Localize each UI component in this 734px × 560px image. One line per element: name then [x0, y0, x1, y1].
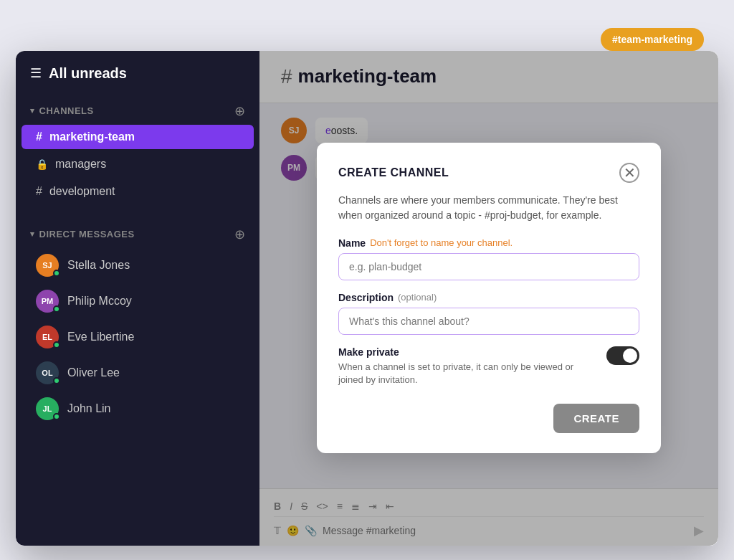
- dm-item-oliver[interactable]: OL Oliver Lee: [22, 356, 254, 390]
- create-channel-modal: CREATE CHANNEL ✕ Channels are where your…: [317, 143, 661, 453]
- create-channel-button[interactable]: CREATE: [553, 404, 639, 433]
- status-dot: [53, 377, 60, 384]
- dm-name: Oliver Lee: [67, 366, 120, 379]
- add-dm-icon[interactable]: ⊕: [234, 227, 245, 242]
- main-window: ☰ All unreads ▾ CHANNELS ⊕ # marketing-t…: [16, 51, 718, 546]
- modal-header: CREATE CHANNEL ✕: [338, 163, 639, 183]
- channels-label-group: ▾ CHANNELS: [30, 105, 94, 116]
- dm-item-philip[interactable]: PM Philip Mccoy: [22, 284, 254, 318]
- status-dot: [53, 270, 60, 277]
- main-content: # marketing-team SJ eoosts. PM: [259, 51, 718, 546]
- dm-item-stella[interactable]: SJ Stella Jones: [22, 248, 254, 283]
- dm-name: John Lin: [67, 402, 111, 415]
- toggle-thumb: [623, 348, 637, 363]
- dm-item-eve[interactable]: EL Eve Libertine: [22, 320, 254, 354]
- avatar-oliver: OL: [36, 361, 59, 384]
- channels-label: CHANNELS: [39, 105, 94, 116]
- dm-section: ▾ DIRECT MESSAGES ⊕ SJ Stella Jones PM: [16, 217, 259, 427]
- status-dot: [53, 413, 60, 420]
- channel-name-label: managers: [55, 158, 106, 171]
- dm-name: Eve Libertine: [67, 331, 134, 343]
- description-optional: (optional): [398, 292, 437, 303]
- status-dot: [53, 305, 60, 313]
- name-label: Name Don't forget to name your channel.: [338, 237, 639, 249]
- sidebar-header: ☰ All unreads: [16, 51, 259, 93]
- lock-icon: 🔒: [36, 158, 48, 170]
- hamburger-icon[interactable]: ☰: [30, 65, 42, 81]
- avatar-stella: SJ: [36, 254, 59, 277]
- private-toggle[interactable]: [606, 346, 639, 365]
- close-modal-button[interactable]: ✕: [619, 163, 639, 183]
- dm-label: DIRECT MESSAGES: [39, 229, 135, 239]
- sidebar: ☰ All unreads ▾ CHANNELS ⊕ # marketing-t…: [16, 51, 259, 546]
- channels-section-header: ▾ CHANNELS ⊕: [16, 99, 259, 123]
- channel-name-label: development: [49, 185, 115, 198]
- avatar-eve: EL: [36, 326, 59, 348]
- add-channel-icon[interactable]: ⊕: [234, 103, 245, 119]
- chevron-down-icon: ▾: [30, 229, 35, 239]
- description-label: Description (optional): [338, 292, 639, 303]
- hash-icon: #: [36, 130, 42, 143]
- tooltip-label: #team-marketing: [612, 34, 692, 45]
- make-private-desc: When a channel is set to private, it can…: [338, 361, 595, 386]
- name-warning: Don't forget to name your channel.: [370, 237, 513, 248]
- sidebar-title: All unreads: [49, 65, 127, 82]
- make-private-text: Make private When a channel is set to pr…: [338, 346, 595, 386]
- make-private-row: Make private When a channel is set to pr…: [338, 346, 639, 386]
- chevron-down-icon: ▾: [30, 106, 35, 115]
- modal-title: CREATE CHANNEL: [338, 166, 449, 179]
- make-private-title: Make private: [338, 346, 595, 358]
- channel-name-input[interactable]: [338, 253, 639, 280]
- sidebar-item-marketing-team[interactable]: # marketing-team: [22, 125, 254, 149]
- sidebar-item-development[interactable]: # development: [22, 179, 254, 204]
- tooltip-badge: #team-marketing: [601, 28, 704, 51]
- dm-name: Stella Jones: [67, 259, 130, 272]
- dm-section-header: ▾ DIRECT MESSAGES ⊕: [16, 222, 259, 247]
- dm-item-john[interactable]: JL John Lin: [22, 391, 254, 426]
- channel-name-label: marketing-team: [49, 130, 135, 143]
- modal-overlay: CREATE CHANNEL ✕ Channels are where your…: [259, 51, 718, 546]
- sidebar-item-managers[interactable]: 🔒 managers: [22, 152, 254, 176]
- avatar-philip: PM: [36, 290, 59, 313]
- toggle-track: [606, 346, 639, 365]
- dm-name: Philip Mccoy: [67, 295, 132, 308]
- avatar-john: JL: [36, 397, 59, 420]
- hash-icon: #: [36, 185, 42, 198]
- dm-label-group: ▾ DIRECT MESSAGES: [30, 229, 135, 239]
- modal-description: Channels are where your members communic…: [338, 193, 639, 223]
- channel-description-input[interactable]: [338, 308, 639, 335]
- status-dot: [53, 341, 60, 348]
